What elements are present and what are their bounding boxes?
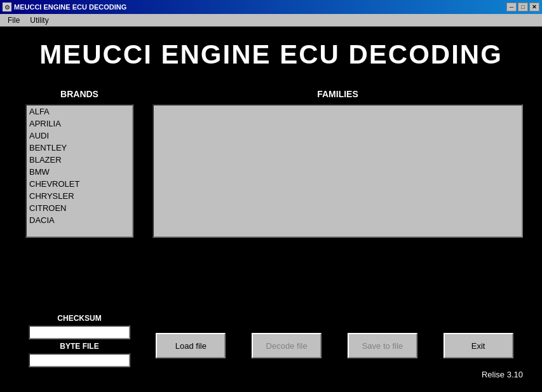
list-item[interactable]: DACIA [27,214,132,226]
list-item[interactable]: ALFA [27,105,132,118]
brands-label: BRANDS [60,89,98,99]
brands-listbox[interactable]: ALFAAPRILIAAUDIBENTLEYBLAZERBMWCHEVROLET… [25,104,133,238]
app-title: MEUCCI ENGINE ECU DECODING [19,39,523,70]
left-inputs: CHECKSUM BYTE FILE [19,314,140,367]
families-panel: FAMILIES [152,89,523,308]
list-item[interactable]: AUDI [27,130,132,142]
list-item[interactable]: BLAZER [27,154,132,166]
list-item[interactable]: CHRYSLER [27,190,132,202]
list-item[interactable]: CITROEN [27,202,132,214]
panels-row: BRANDS ALFAAPRILIAAUDIBENTLEYBLAZERBMWCH… [19,89,523,308]
app-icon: ⚙ [3,3,11,11]
window-title: MEUCCI ENGINE ECU DECODING [14,3,126,11]
list-item[interactable]: CHEVROLET [27,178,132,190]
exit-button[interactable]: Exit [444,333,513,358]
list-item[interactable]: APRILIA [27,118,132,130]
bytefile-label: BYTE FILE [60,342,98,351]
buttons-row: Load file Decode file Save to file Exit [146,314,523,358]
families-label: FAMILIES [317,89,358,99]
title-bar: ⚙ MEUCCI ENGINE ECU DECODING ─ □ ✕ [0,0,542,14]
bottom-section: CHECKSUM BYTE FILE Load file Decode file… [19,314,523,367]
window-controls: ─ □ ✕ [506,3,539,11]
checksum-input[interactable] [29,325,130,339]
decode-file-button[interactable]: Decode file [252,333,322,358]
bytefile-input[interactable] [29,353,130,367]
menu-file[interactable]: File [3,15,25,26]
restore-button[interactable]: □ [518,3,528,11]
minimize-button[interactable]: ─ [506,3,517,11]
main-content: MEUCCI ENGINE ECU DECODING BRANDS ALFAAP… [0,27,542,392]
menu-utility[interactable]: Utility [25,15,53,26]
close-button[interactable]: ✕ [529,3,539,11]
save-to-file-button[interactable]: Save to file [348,333,417,358]
version-text: Relise 3.10 [19,370,523,379]
families-listbox[interactable] [152,104,523,238]
brands-panel: BRANDS ALFAAPRILIAAUDIBENTLEYBLAZERBMWCH… [19,89,140,308]
menu-bar: File Utility [0,14,542,27]
checksum-label: CHECKSUM [57,314,101,323]
load-file-button[interactable]: Load file [156,333,226,358]
list-item[interactable]: BMW [27,166,132,178]
list-item[interactable]: BENTLEY [27,142,132,154]
